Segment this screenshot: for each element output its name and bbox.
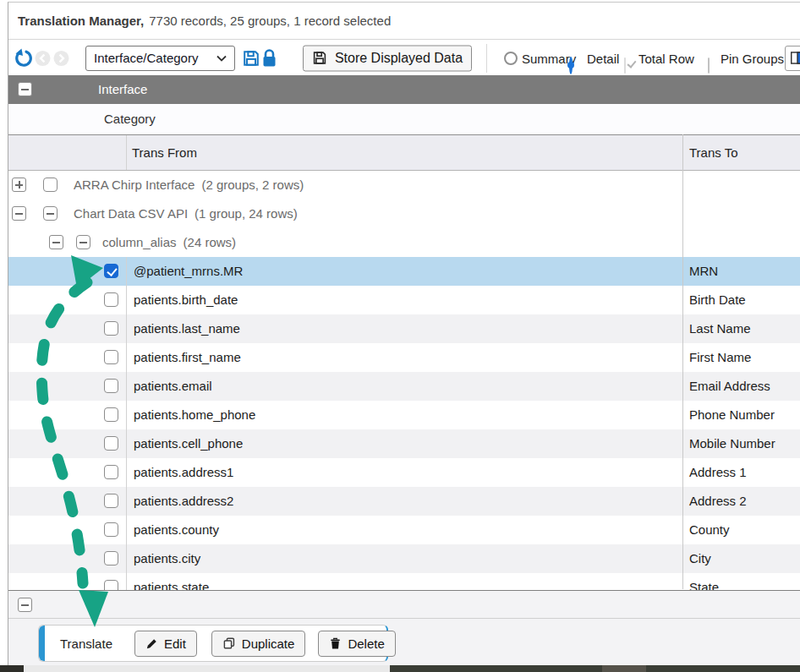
nav-forward-icon[interactable] (53, 50, 69, 66)
strip-segment (0, 665, 24, 672)
trans-from-cell: patients.address2 (134, 487, 233, 516)
trans-to-cell: Phone Number (689, 401, 775, 429)
row-checkbox[interactable] (104, 379, 118, 393)
collapse-icon[interactable] (18, 598, 32, 612)
row-checkbox[interactable] (104, 407, 118, 422)
group-checkbox[interactable] (43, 206, 58, 221)
table-row[interactable]: @patient_mrns.MRMRN (8, 257, 800, 286)
column-divider (126, 544, 127, 573)
row-checkbox[interactable] (104, 350, 118, 364)
interface-header-label: Interface (98, 75, 147, 104)
table-row[interactable]: patients.last_nameLast Name (8, 314, 800, 343)
table-row[interactable]: patients.cityCity (8, 544, 800, 573)
trans-to-cell: State (689, 573, 719, 590)
trash-icon (329, 636, 342, 650)
table-row[interactable]: patients.address2Address 2 (8, 487, 800, 516)
copy-icon (222, 636, 236, 650)
row-checkbox[interactable] (104, 494, 118, 508)
group-name: ARRA Chirp Interface (74, 178, 195, 192)
trans-from-cell: @patient_mrns.MR (134, 257, 243, 286)
group-checkbox[interactable] (76, 235, 90, 249)
delete-button[interactable]: Delete (318, 631, 395, 657)
row-checkbox[interactable] (104, 465, 118, 479)
category-group-header: Category (8, 104, 800, 134)
table-row[interactable]: patients.countyCounty (8, 516, 800, 544)
row-checkbox[interactable] (104, 264, 118, 278)
title-bar: Translation Manager, 7730 records, 25 gr… (8, 3, 800, 40)
row-checkbox[interactable] (104, 321, 118, 336)
row-checkbox[interactable] (104, 436, 118, 451)
column-layout-button[interactable] (785, 46, 800, 71)
column-header-row: Trans From Trans To (8, 134, 800, 171)
translation-manager-window: Translation Manager, 7730 records, 25 gr… (8, 2, 800, 665)
column-divider (126, 458, 127, 487)
row-checkbox[interactable] (104, 522, 118, 537)
trans-from-cell: patients.cell_phone (134, 429, 243, 458)
group-row: ARRA Chirp Interface(2 groups, 2 rows) (8, 171, 800, 199)
trans-to-column-header[interactable]: Trans To (689, 135, 738, 170)
column-divider (126, 135, 127, 170)
collapse-icon[interactable] (49, 235, 63, 249)
group-label: ARRA Chirp Interface(2 groups, 2 rows) (74, 171, 304, 199)
bottom-edge-strip (0, 665, 800, 672)
view-select-dropdown[interactable]: Interface/Category (85, 46, 235, 71)
duplicate-button-label: Duplicate (242, 636, 295, 651)
table-row[interactable]: patients.stateState (8, 573, 800, 590)
refresh-icon[interactable] (14, 48, 34, 68)
table-row[interactable]: patients.emailEmail Address (8, 372, 800, 401)
column-divider (126, 257, 127, 286)
group-count: (2 groups, 2 rows) (201, 178, 304, 192)
trans-to-cell: City (689, 544, 711, 573)
toolbar-divider (486, 44, 487, 73)
delete-button-label: Delete (348, 636, 384, 651)
edit-button[interactable]: Edit (134, 631, 197, 657)
table-row[interactable]: patients.cell_phoneMobile Number (8, 429, 800, 458)
column-divider (126, 401, 127, 429)
group-name: Chart Data CSV API (74, 206, 188, 221)
nav-back-icon[interactable] (35, 50, 51, 66)
row-checkbox[interactable] (104, 551, 118, 565)
trans-from-cell: patients.state (134, 573, 209, 590)
strip-segment (24, 665, 390, 672)
pin-groups-label: Pin Groups (721, 51, 784, 65)
duplicate-button[interactable]: Duplicate (211, 631, 306, 657)
trans-from-cell: patients.home_phone (134, 401, 255, 429)
store-displayed-data-button[interactable]: Store Displayed Data (303, 45, 472, 71)
trans-from-cell: patients.birth_date (134, 286, 238, 314)
edit-button-label: Edit (164, 636, 186, 651)
expand-icon[interactable] (12, 178, 26, 192)
row-checkbox[interactable] (104, 292, 118, 307)
table-row[interactable]: patients.birth_dateBirth Date (8, 286, 800, 314)
group-checkbox[interactable] (43, 178, 58, 192)
column-divider (126, 429, 127, 458)
table-row[interactable]: patients.first_nameFirst Name (8, 343, 800, 372)
table-row[interactable]: patients.address1Address 1 (8, 458, 800, 487)
column-divider (126, 487, 127, 516)
trans-from-cell: patients.last_name (134, 314, 240, 343)
column-divider (126, 343, 127, 372)
collapse-icon[interactable] (18, 82, 32, 96)
save-icon (312, 51, 327, 66)
group-name: column_alias (102, 235, 177, 249)
lock-icon[interactable] (261, 48, 277, 68)
trans-to-cell: Mobile Number (689, 429, 775, 458)
trans-from-column-header[interactable]: Trans From (132, 135, 197, 170)
summary-radio[interactable] (504, 52, 518, 65)
translate-group-label: Translate (60, 636, 112, 651)
page-title: Translation Manager, (18, 14, 144, 28)
category-header-label: Category (104, 104, 156, 134)
trans-from-cell: patients.address1 (134, 458, 233, 487)
detail-radio[interactable] (569, 57, 573, 74)
save-icon[interactable] (242, 49, 260, 68)
interface-group-header: Interface (8, 75, 800, 104)
group-label: Chart Data CSV API(1 group, 24 rows) (74, 199, 298, 228)
collapse-icon[interactable] (12, 206, 26, 221)
chevron-down-icon (216, 55, 227, 62)
row-checkbox[interactable] (104, 580, 118, 590)
trans-to-cell: Address 2 (689, 487, 747, 516)
pin-groups-checkbox[interactable] (708, 57, 710, 74)
trans-from-cell: patients.county (134, 516, 219, 544)
trans-from-cell: patients.first_name (134, 343, 241, 372)
table-row[interactable]: patients.home_phonePhone Number (8, 401, 800, 429)
total-row-checkbox[interactable] (624, 57, 626, 74)
